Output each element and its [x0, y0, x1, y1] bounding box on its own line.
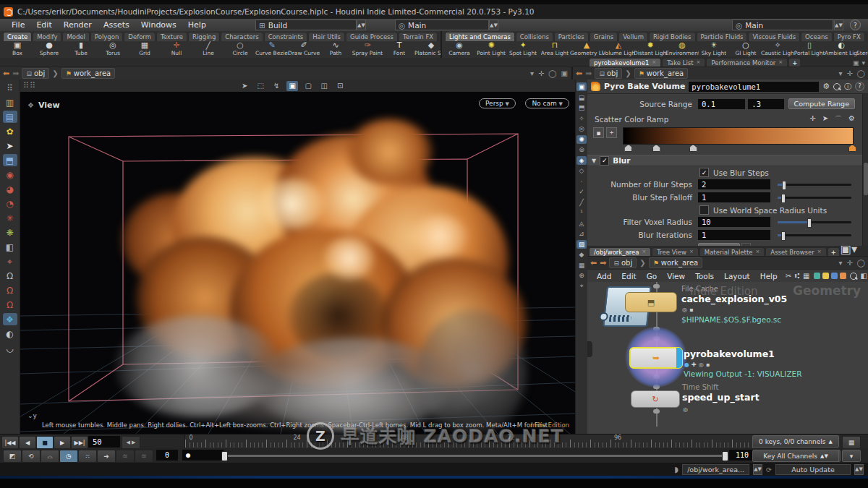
param-breadcrumb-current[interactable]: ⚑ work_area: [634, 68, 689, 79]
refresh-icon[interactable]: ⟳: [766, 466, 772, 474]
cup-icon[interactable]: ◡: [3, 342, 17, 354]
shelf-tool-distant-light[interactable]: ✹Distant Light: [634, 41, 666, 58]
menu-assets[interactable]: Assets: [98, 20, 135, 30]
step-icon[interactable]: ➜: [97, 450, 116, 463]
param-tab-pyrobakevolume1[interactable]: pyrobakevolume1×: [589, 58, 661, 67]
param-breadcrumb-root[interactable]: ⊟ obj: [595, 68, 622, 79]
add-view-icon[interactable]: ⊕: [576, 271, 587, 280]
fps-icon[interactable]: ⁙: [78, 450, 97, 463]
drag-handle-icon[interactable]: ⠿: [3, 82, 17, 94]
shelf-tool-portal-light[interactable]: ▯Portal Light: [793, 41, 825, 58]
rotate-tool-icon[interactable]: ◕: [3, 183, 17, 195]
tab-close-icon[interactable]: ×: [652, 59, 656, 67]
use-blur-steps-checkbox[interactable]: ✓: [699, 168, 709, 177]
playback-range-slider[interactable]: [224, 455, 725, 457]
half-square-icon[interactable]: ◧: [3, 241, 17, 253]
range-end-field[interactable]: 110: [729, 450, 755, 461]
ramp-move-icon[interactable]: ✛: [809, 114, 815, 124]
voxel-radius-field[interactable]: 10: [698, 217, 770, 227]
param-tab-performance-monitor[interactable]: Performance Monitor×: [706, 58, 788, 67]
shelf-tool-grid[interactable]: ▦Grid: [129, 41, 161, 58]
gem-icon[interactable]: ◆: [576, 250, 587, 259]
shelf-tool-sky-light[interactable]: ☀Sky Light: [698, 41, 730, 58]
network-pin-icon[interactable]: ✛: [846, 259, 852, 267]
view-mode-icon[interactable]: ◫: [318, 81, 330, 91]
network-tab--obj-work-area[interactable]: /obj/work_area×: [589, 247, 651, 256]
pane-drag-handle[interactable]: ⠿⠿: [23, 81, 36, 90]
normals-icon[interactable]: ✓: [576, 187, 587, 196]
tab-close-icon[interactable]: ×: [689, 249, 694, 256]
blur-iterations-field[interactable]: 1: [698, 230, 770, 240]
wire-icon[interactable]: ╱: [576, 198, 587, 207]
param-help-icon[interactable]: ?: [855, 82, 864, 91]
auto-update-select[interactable]: Auto Update: [775, 464, 851, 475]
orbit-icon[interactable]: ◐: [3, 328, 17, 340]
colored-tool-icon[interactable]: [822, 273, 829, 279]
back-arrow-icon[interactable]: ⬅: [3, 69, 9, 78]
collapse-arrow-icon[interactable]: ▼: [592, 158, 596, 164]
display-flower-icon[interactable]: ✿: [3, 125, 17, 137]
shelf-tab-vellum[interactable]: Vellum: [618, 32, 648, 41]
magnet-red-icon[interactable]: Ω: [3, 284, 17, 296]
network-tab-plus[interactable]: +: [827, 247, 840, 256]
plant-tool-icon[interactable]: ❋: [3, 226, 17, 239]
box-select-icon[interactable]: ▣: [286, 81, 298, 91]
scale-tool-icon[interactable]: ◔: [3, 197, 17, 210]
network-link-icon[interactable]: ◯: [857, 259, 865, 267]
lighting-icon[interactable]: ⊚: [576, 145, 587, 154]
range-start-field[interactable]: ●: [182, 450, 224, 461]
grid-view-icon[interactable]: ▦: [803, 272, 809, 280]
checker-icon[interactable]: ▦: [576, 261, 587, 270]
layout-left-stepper[interactable]: ▲▼: [489, 20, 498, 30]
prim-normals-icon[interactable]: ◬: [576, 219, 587, 228]
param-tab-take-list[interactable]: Take List×: [662, 58, 705, 67]
shelf-tool-stereo-camera[interactable]: ◫Stereo Camera: [857, 41, 868, 58]
voxel-radius-slider[interactable]: [778, 218, 851, 226]
shelf-tool-point-light[interactable]: ✺Point Light: [475, 41, 507, 58]
ramp-marker[interactable]: [652, 145, 660, 152]
shelf-tool-area-light[interactable]: ⊓Area Light: [539, 41, 571, 58]
shelf-tab-collisions[interactable]: Collisions: [516, 32, 553, 41]
keyframe-options-icon[interactable]: ◩: [3, 450, 22, 463]
shelf-tab-viscous-fluids[interactable]: Viscous Fluids: [748, 32, 800, 41]
network-forward-arrow-icon[interactable]: ➡: [600, 258, 606, 267]
display-badge-icon[interactable]: ◎: [683, 406, 688, 413]
range-end-handle[interactable]: [722, 451, 728, 461]
shelf-tab-guide-process[interactable]: Guide Process: [346, 32, 398, 41]
info-badge-icon[interactable]: ●: [684, 361, 689, 368]
key-dropdown[interactable]: ▾: [842, 450, 861, 462]
lock-badge-icon[interactable]: ▪: [689, 307, 693, 313]
tab-close-icon[interactable]: ×: [778, 59, 783, 67]
desktop-stepper[interactable]: ▲▼: [357, 20, 366, 30]
param-tab-plus[interactable]: +: [788, 58, 801, 67]
network-tab-asset-browser[interactable]: Asset Browser×: [765, 247, 826, 256]
network-path-dropdown-icon[interactable]: ▾: [838, 259, 842, 267]
param-back-arrow-icon[interactable]: ⬅: [576, 69, 582, 78]
scene-panel-icon[interactable]: ▤: [3, 111, 17, 123]
forward-arrow-icon[interactable]: ➡: [12, 69, 19, 78]
blur-checkbox[interactable]: ✓: [600, 156, 609, 166]
ramp-add-point-button[interactable]: ＋: [606, 127, 617, 138]
shelf-tool-circle[interactable]: ○Circle: [224, 41, 256, 58]
select-components-icon[interactable]: ⬚: [255, 81, 266, 91]
magnet-gray-icon[interactable]: Ω: [3, 270, 17, 282]
shelf-tab-constraints[interactable]: Constraints: [264, 32, 308, 41]
shelf-tool-path[interactable]: ∿Path: [320, 41, 352, 58]
network-breadcrumb-root[interactable]: ⊟ obj: [609, 257, 637, 268]
param-scrollbar[interactable]: [862, 94, 868, 246]
network-menu-view[interactable]: View: [662, 272, 690, 281]
colored-tool-icon[interactable]: [831, 273, 838, 279]
shelf-tool-environment-light[interactable]: ◍Environment Light: [666, 41, 698, 58]
menu-render[interactable]: Render: [58, 20, 98, 30]
node-name-field[interactable]: pyrobakevolume1: [689, 82, 819, 92]
vertex-icon[interactable]: ⊿: [576, 229, 587, 238]
range-icon[interactable]: ≋: [135, 450, 153, 463]
keys-status-button[interactable]: 0 keys, 0/0 channels▲: [752, 435, 839, 448]
display-badge-icon[interactable]: ◎: [699, 361, 704, 368]
pane-split-icon[interactable]: ▾: [851, 242, 857, 256]
points-icon[interactable]: ·: [576, 177, 587, 186]
network-menu-tools[interactable]: Tools: [690, 272, 719, 281]
network-menu-layout[interactable]: Layout: [719, 272, 755, 281]
help-icon[interactable]: ?: [850, 20, 861, 30]
select-pointer-icon[interactable]: ➤: [3, 140, 17, 152]
